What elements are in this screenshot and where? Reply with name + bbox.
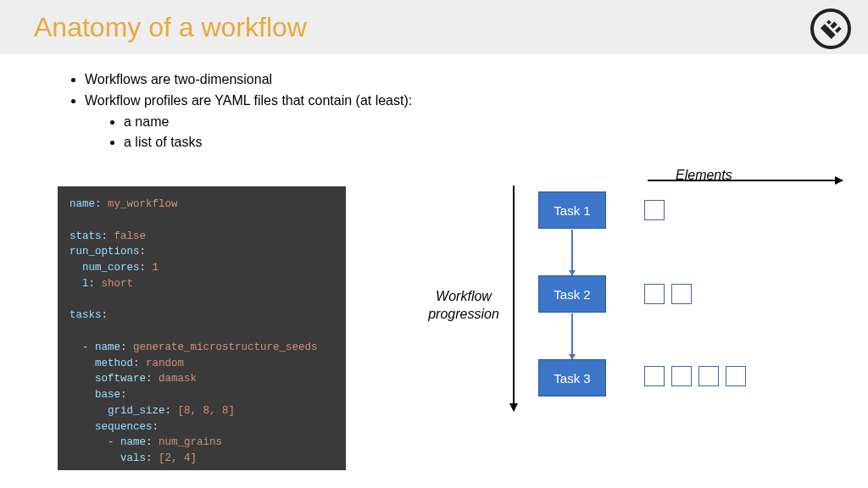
element-box-icon [726, 366, 746, 386]
element-box-icon [644, 200, 665, 220]
workflow-diagram: Elements Workflow progression Task 1 Tas… [424, 165, 856, 487]
svg-rect-3 [830, 22, 837, 29]
bullet-item: a list of tasks [124, 132, 834, 153]
element-box-icon [671, 284, 692, 304]
svg-rect-2 [826, 19, 832, 25]
element-row [644, 200, 665, 220]
logo-icon [809, 7, 853, 54]
element-box-icon [644, 284, 665, 304]
element-box-icon [671, 366, 692, 386]
yaml-code-block: name: my_workflow stats: false run_optio… [58, 186, 346, 470]
task-node: Task 1 [538, 191, 606, 229]
svg-point-0 [812, 10, 849, 47]
bullet-item: Workflow profiles are YAML files that co… [85, 91, 834, 112]
task-node: Task 3 [538, 359, 606, 396]
element-box-icon [698, 366, 719, 386]
bullet-item: a name [124, 112, 834, 133]
bullet-item: Workflows are two-dimensional [85, 69, 834, 91]
arrow-right-icon [648, 180, 843, 181]
connector-arrow-icon [571, 230, 573, 275]
element-row [644, 366, 746, 386]
bullet-content: Workflows are two-dimensional Workflow p… [0, 54, 868, 153]
connector-arrow-icon [571, 313, 573, 359]
progression-axis-label: Workflow progression [417, 288, 510, 324]
element-row [644, 284, 692, 304]
svg-rect-4 [835, 26, 842, 33]
arrow-down-icon [513, 186, 515, 411]
slide-header: Anatomy of a workflow [0, 0, 868, 54]
element-box-icon [644, 366, 665, 386]
slide-title: Anatomy of a workflow [34, 12, 307, 43]
task-node: Task 2 [538, 275, 606, 313]
